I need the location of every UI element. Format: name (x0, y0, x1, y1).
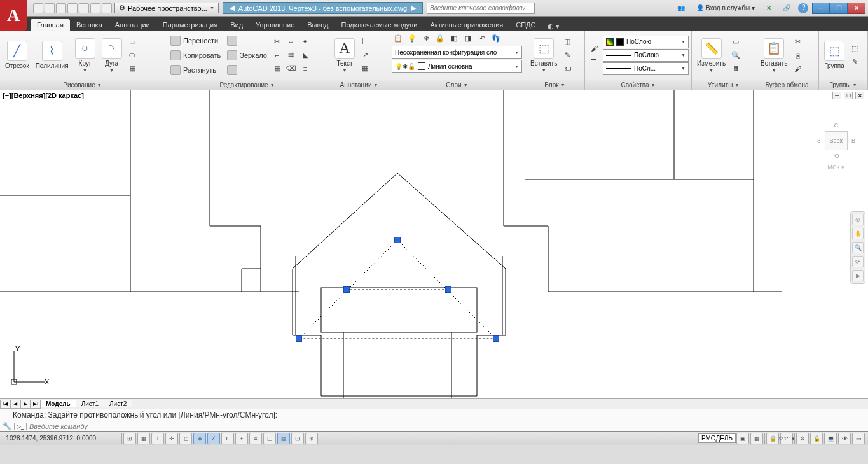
array-icon[interactable]: ▦ (271, 62, 284, 75)
workspace-dropdown[interactable]: ⚙ Рабочее пространство... ▼ (114, 3, 219, 13)
tab-featured[interactable]: Активные приложения (424, 19, 509, 31)
lweight-status-icon[interactable]: ≡ (249, 433, 262, 444)
fillet-icon[interactable]: ⌐ (271, 49, 284, 62)
measure-tool[interactable]: 📏Измерить▼ (694, 37, 728, 74)
search-input[interactable] (427, 3, 535, 14)
cmd-settings-icon[interactable]: 🔧 (3, 422, 11, 430)
tab-home[interactable]: Главная (31, 19, 70, 31)
tab-annotate[interactable]: Аннотации (109, 19, 156, 31)
nav-wheel-icon[interactable]: ◎ (852, 214, 864, 225)
stretch-button[interactable]: Растянуть (168, 63, 223, 77)
tab-parametric[interactable]: Параметризация (156, 19, 224, 31)
nav-next-icon[interactable]: ▶ (411, 4, 416, 12)
autodesk360-icon[interactable]: 👥 (673, 4, 689, 12)
layer-dropdown[interactable]: 💡❄🔓Линия основна▼ (392, 60, 522, 73)
grip[interactable] (493, 335, 499, 342)
sc-icon[interactable]: ⊡ (291, 433, 304, 444)
text-tool[interactable]: АТекст▼ (332, 37, 357, 74)
nav-zoom-icon[interactable]: 🔍 (852, 242, 864, 253)
signin-button[interactable]: 👤 Вход в службы ▾ (692, 4, 759, 12)
ungroup-icon[interactable]: ⬚ (848, 42, 861, 55)
nav-pan-icon[interactable]: ✋ (852, 228, 864, 239)
command-input[interactable] (29, 423, 865, 430)
dim-linear-icon[interactable]: ⊢ (359, 36, 371, 48)
qat-plot-icon[interactable] (79, 3, 89, 13)
layout-next-icon[interactable]: ▶ (20, 400, 31, 409)
chamfer-icon[interactable]: ◣ (299, 49, 312, 62)
color-dropdown[interactable]: ПоСлою▼ (603, 36, 689, 48)
draw-panel-title[interactable]: Рисование▼ (0, 80, 165, 90)
grip[interactable] (445, 286, 451, 293)
layer-prop-icon[interactable]: 📋 (392, 32, 404, 45)
leader-icon[interactable]: ↗ (359, 49, 371, 62)
paste-tool[interactable]: 📋Вставить▼ (758, 37, 790, 74)
block-edit-icon[interactable]: ✎ (561, 49, 574, 62)
groups-panel-title[interactable]: Группы▼ (819, 80, 867, 90)
qat-saveas-icon[interactable] (67, 3, 78, 13)
table-icon[interactable]: ▦ (359, 62, 371, 75)
am-icon[interactable]: ⊕ (305, 433, 318, 444)
tab-manage[interactable]: Управление (249, 19, 301, 31)
layout-last-icon[interactable]: ▶I (31, 400, 41, 409)
layer-iso-icon[interactable]: ◧ (448, 32, 460, 45)
layout-tab-sheet1[interactable]: Лист1 (76, 400, 104, 407)
layout-prev-icon[interactable]: ◀ (10, 400, 20, 409)
linetype-dropdown[interactable]: ПоСлою▼ (603, 49, 689, 62)
grip[interactable] (296, 335, 302, 342)
transparency-icon[interactable]: ◫ (263, 433, 276, 444)
layer-state-dropdown[interactable]: Несохраненная конфигурация сло▼ (392, 46, 522, 59)
annoscale-icon[interactable]: 🔒 (766, 433, 779, 444)
model-space-button[interactable]: РМОДЕЛЬ (698, 433, 736, 443)
layer-walk-icon[interactable]: 👣 (490, 32, 502, 45)
nav-prev-icon[interactable]: ◀ (230, 4, 235, 12)
offset-icon[interactable]: ⇉ (285, 49, 298, 62)
hatch-icon[interactable]: ▦ (126, 62, 139, 75)
quick-select-icon[interactable]: 🔍 (729, 49, 742, 62)
select-all-icon[interactable]: ▭ (729, 36, 742, 48)
line-tool[interactable]: ╱Отрезок (3, 39, 32, 71)
group-tool[interactable]: ⬚Группа (822, 39, 847, 71)
viewcube-south[interactable]: Ю (817, 153, 855, 159)
arc-tool[interactable]: ◝Дуга▼ (99, 37, 125, 74)
dyn-input-icon[interactable]: + (235, 433, 248, 444)
layout-tab-model[interactable]: Модель (41, 400, 76, 407)
exchange-icon[interactable]: ✕ (762, 4, 775, 12)
qat-save-icon[interactable] (56, 3, 66, 13)
coordinates[interactable]: -1028.1474, 25396.9712, 0.0000 (0, 435, 121, 442)
grip[interactable] (343, 286, 350, 293)
tab-spds[interactable]: СПДС (509, 19, 542, 31)
grip[interactable] (394, 237, 401, 243)
props-panel-title[interactable]: Свойства▼ (585, 80, 691, 90)
prop-palette-icon[interactable]: ☰ (588, 55, 600, 68)
matchprop-icon[interactable]: 🖌 (791, 62, 804, 75)
maximize-button[interactable]: ☐ (830, 3, 848, 14)
align-icon[interactable]: ≡ (299, 62, 312, 75)
insert-block-tool[interactable]: ⬚Вставить▼ (528, 37, 560, 74)
lineweight-dropdown[interactable]: ПоСл...▼ (603, 62, 689, 75)
workspace-status-icon[interactable]: ⚙ (796, 433, 809, 444)
toolbar-lock-icon[interactable]: 🔒 (810, 433, 823, 444)
stay-connected-icon[interactable]: 🔗 (779, 4, 794, 12)
extend-icon[interactable]: ↔ (285, 36, 298, 48)
cut-icon[interactable]: ✂ (791, 36, 804, 48)
modify-panel-title[interactable]: Редактирование▼ (165, 80, 329, 90)
isolate-icon[interactable]: 👁 (838, 433, 851, 444)
tab-plugins[interactable]: Подключаемые модули (335, 19, 424, 31)
app-menu-button[interactable]: A (0, 0, 27, 31)
erase-icon[interactable]: ⌫ (285, 62, 298, 75)
ducs-icon[interactable]: L (221, 433, 234, 444)
group-edit-icon[interactable]: ✎ (848, 55, 861, 68)
ellipse-icon[interactable]: ⬭ (126, 49, 139, 62)
viewcube-top[interactable]: Верх (825, 131, 848, 150)
copy-button[interactable]: Копировать (168, 48, 223, 62)
wcs-label[interactable]: МСК ▾ (817, 164, 855, 171)
calc-icon[interactable]: 🖩 (729, 62, 742, 75)
explode-icon[interactable]: ✦ (299, 36, 312, 48)
3dosnap-icon[interactable]: ◈ (193, 433, 206, 444)
clean-screen-icon[interactable]: ▭ (852, 433, 865, 444)
block-attr-icon[interactable]: 🏷 (561, 62, 574, 75)
circle-tool[interactable]: ○Круг▼ (72, 37, 98, 74)
layout-first-icon[interactable]: I◀ (0, 400, 10, 409)
viewcube-east[interactable]: В (851, 137, 855, 144)
annot-panel-title[interactable]: Аннотации▼ (329, 80, 389, 90)
